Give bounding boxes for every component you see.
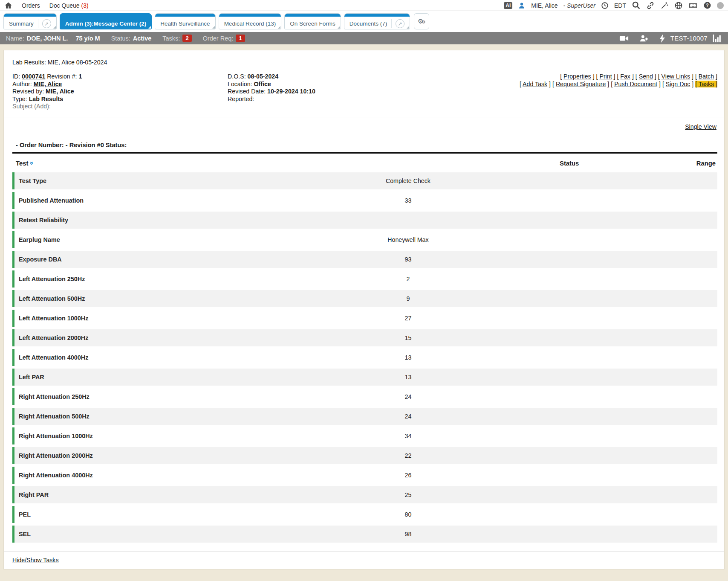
- test-name: Left Attenuation 250Hz: [14, 276, 310, 282]
- test-name: Right Attenuation 2000Hz: [14, 452, 310, 459]
- table-row: PEL80: [12, 506, 717, 523]
- author-link[interactable]: MIE, Alice: [34, 81, 62, 87]
- revision-label: Revision #:: [47, 73, 77, 80]
- test-name: Published Attenuation: [14, 197, 310, 204]
- ai-badge[interactable]: AI: [504, 2, 512, 9]
- table-row: Right Attenuation 250Hz24: [12, 388, 717, 405]
- table-row: Left PAR13: [12, 369, 717, 386]
- video-camera-icon[interactable]: [619, 35, 629, 42]
- doc-action-properties[interactable]: [ Properties ]: [560, 73, 596, 80]
- doc-action-push-document[interactable]: [ Push Document ]: [611, 81, 662, 87]
- revised-by-link[interactable]: MIE, Alice: [46, 88, 74, 95]
- sort-chevrons-icon[interactable]: »: [29, 161, 35, 165]
- patient-banner: Name: DOE, JOHN L. 75 y/o M Status: Acti…: [0, 32, 728, 44]
- table-row: Test TypeComplete Check: [12, 172, 717, 189]
- station-id[interactable]: TEST-10007: [670, 35, 708, 42]
- reported-label: Reported:: [228, 96, 254, 102]
- globe-icon[interactable]: [674, 1, 683, 10]
- user-role: - SuperUser: [563, 2, 595, 9]
- tasks-label: Tasks:: [162, 35, 180, 42]
- link-icon[interactable]: [646, 1, 655, 10]
- test-name: Earplug Name: [14, 236, 310, 243]
- timezone-label: EDT: [614, 2, 626, 9]
- tasks-count-badge[interactable]: 2: [182, 35, 191, 42]
- doc-actions-row-1: [ Properties ] [ Print ] [ Fax ] [ Send …: [520, 73, 717, 81]
- column-test: Test: [16, 160, 28, 167]
- table-row: Exposure DBA93: [12, 251, 717, 268]
- author-label: Author:: [12, 81, 32, 87]
- single-view-link[interactable]: Single View: [685, 123, 716, 130]
- nav-orders[interactable]: Orders: [22, 2, 40, 9]
- doc-action-fax[interactable]: [ Fax ]: [617, 73, 635, 80]
- column-range: Range: [633, 160, 717, 167]
- test-value: 13: [310, 374, 507, 381]
- test-name: Left Attenuation 1000Hz: [14, 315, 310, 322]
- keyboard-icon[interactable]: [688, 1, 698, 10]
- doc-action-send[interactable]: [ Send ]: [636, 73, 658, 80]
- doc-action-tasks[interactable]: [ Tasks ]: [695, 81, 717, 87]
- tab-on-screen-forms[interactable]: On Screen Forms: [284, 13, 341, 29]
- document-title: Lab Results: MIE, Alice 08-05-2024: [12, 59, 717, 66]
- table-row: Left Attenuation 500Hz9: [12, 290, 717, 307]
- wand-icon[interactable]: [660, 1, 669, 10]
- type-label: Type:: [12, 96, 27, 102]
- home-icon[interactable]: [4, 1, 12, 9]
- gear-icon: ⚙⚙: [418, 17, 425, 25]
- doc-action-print[interactable]: [ Print ]: [596, 73, 617, 80]
- tab-documents[interactable]: Documents (7) ↗: [344, 13, 410, 29]
- tab-medical-record[interactable]: Medical Record (13): [219, 13, 282, 29]
- tab-admin-message-center[interactable]: Admin (3):Message Center (2): [60, 13, 152, 29]
- order-req-label: Order Req:: [203, 35, 234, 42]
- chart-tab-bar: Summary ↗ Admin (3):Message Center (2) H…: [0, 11, 728, 32]
- table-row: Earplug NameHoneywell Max: [12, 231, 717, 248]
- table-row: SEL98: [12, 526, 717, 543]
- header-divider: [4, 117, 724, 117]
- clock-icon[interactable]: [601, 2, 609, 9]
- subject-add-link[interactable]: Add: [36, 103, 47, 110]
- patient-name-label: Name:: [6, 35, 24, 42]
- nav-doc-queue[interactable]: Doc Queue (3): [49, 2, 89, 9]
- doc-action-add-task[interactable]: [ Add Task ]: [520, 81, 552, 87]
- test-value: 27: [310, 315, 507, 322]
- presence-indicator-icon[interactable]: [717, 2, 724, 9]
- table-row: Left Attenuation 4000Hz13: [12, 349, 717, 366]
- document-id-link[interactable]: 0000741: [22, 73, 45, 80]
- test-value: 25: [310, 491, 507, 498]
- help-icon[interactable]: ?: [703, 1, 711, 9]
- search-icon[interactable]: [632, 1, 641, 10]
- lightning-icon[interactable]: [659, 34, 665, 43]
- test-name: Right PAR: [14, 491, 310, 498]
- doc-action-batch[interactable]: [ Batch ]: [695, 73, 717, 80]
- order-number-line: - Order Number: - Revision #0 Status:: [16, 142, 717, 148]
- test-name: Left PAR: [14, 374, 310, 381]
- test-value: 2: [310, 276, 507, 282]
- test-name: Exposure DBA: [14, 256, 310, 263]
- status-label: Status:: [111, 35, 130, 42]
- doc-action-view-links[interactable]: [ View Links ]: [658, 73, 695, 80]
- document-type: Lab Results: [29, 96, 63, 102]
- patient-name[interactable]: DOE, JOHN L.: [27, 35, 68, 42]
- document-panel: Lab Results: MIE, Alice 08-05-2024 ID: 0…: [3, 50, 725, 569]
- order-req-count-badge[interactable]: 1: [236, 35, 245, 42]
- test-value: 93: [310, 256, 507, 263]
- bar-chart-icon[interactable]: [713, 34, 722, 43]
- table-row: Right Attenuation 500Hz24: [12, 408, 717, 425]
- add-person-icon[interactable]: [639, 35, 649, 42]
- popout-icon[interactable]: ↗: [396, 19, 404, 28]
- location-value: Office: [254, 81, 271, 87]
- tab-settings-button[interactable]: ⚙⚙: [414, 13, 429, 29]
- hide-show-tasks-link[interactable]: Hide/Show Tasks: [12, 557, 59, 564]
- test-value: 15: [310, 334, 507, 341]
- username[interactable]: MIE, Alice: [531, 2, 558, 9]
- subject-label: Subject (: [12, 103, 36, 110]
- popout-icon[interactable]: ↗: [42, 19, 51, 28]
- test-value: 22: [310, 452, 507, 459]
- user-icon: [518, 2, 526, 9]
- test-name: Test Type: [14, 177, 310, 184]
- revised-by-label: Revised by:: [12, 88, 44, 95]
- tab-summary[interactable]: Summary ↗: [3, 13, 57, 29]
- doc-action-sign-doc[interactable]: [ Sign Doc ]: [662, 81, 695, 87]
- doc-action-request-signature[interactable]: [ Request Signature ]: [552, 81, 611, 87]
- id-label: ID:: [12, 73, 20, 80]
- tab-health-surveillance[interactable]: Health Surveillance: [155, 13, 215, 29]
